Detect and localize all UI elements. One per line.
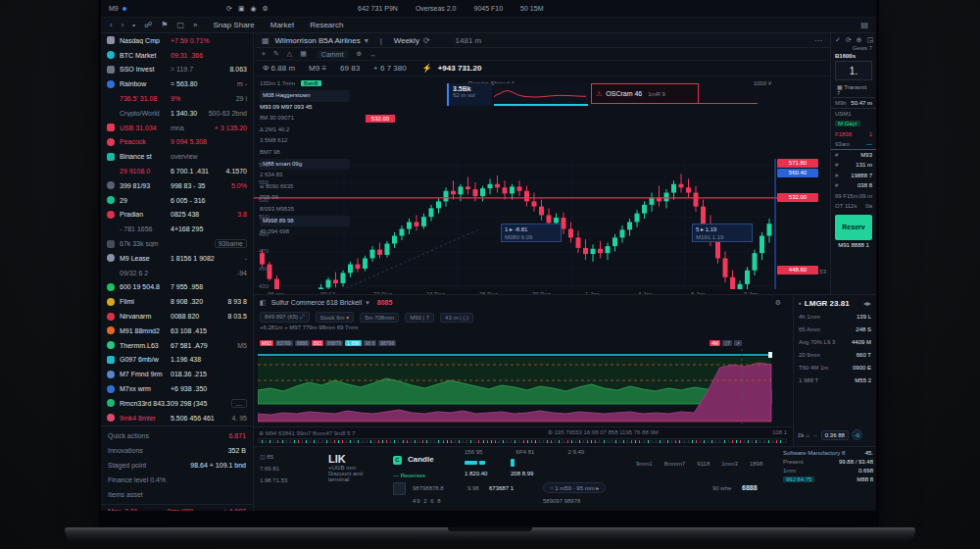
reverses-label[interactable]: — Reverses — [393, 473, 434, 478]
ticket-row[interactable]: 69 F15m09 m — [831, 191, 876, 202]
order-thumb[interactable] — [393, 482, 406, 495]
ticket-row[interactable]: 93am— — [831, 139, 876, 150]
sidebar-icons[interactable]: ✓⟳⊕◲ — [831, 33, 876, 45]
watchlist-row[interactable]: Crypto/World1 340.30500-63 2bnd — [101, 106, 253, 121]
sidebar-icon[interactable]: ◲ — [867, 36, 874, 44]
watchlist-row[interactable]: Pradian0825 4383.8 — [101, 208, 253, 223]
watchlist-row[interactable]: G097 6mb/w1.196 438 — [101, 353, 253, 368]
buy-button[interactable]: Reserv — [835, 215, 872, 240]
ticket-row[interactable]: #M93 — [831, 150, 876, 161]
sidebar-icon[interactable]: ✓ — [835, 36, 841, 44]
sidebar-icon[interactable]: ⟳ — [846, 36, 852, 44]
tool-icons[interactable]: ⌖✎△▦ — [262, 50, 307, 58]
watchlist-row[interactable]: 399 81/93998 83 - 355.0% — [101, 178, 253, 193]
watchlist-row[interactable]: - 781 16564+168 295 — [101, 222, 253, 236]
ticket-row[interactable]: M Gayr — [831, 119, 876, 129]
tab-research[interactable]: Research — [310, 21, 343, 29]
nav-icon[interactable]: • — [132, 21, 135, 29]
watchlist-row[interactable]: M91 88mnd263 108 .415 — [101, 324, 253, 338]
ticket-row[interactable]: #131 m — [831, 160, 876, 171]
bottom-toolbar-chip[interactable]: 43 m | (.) — [440, 313, 473, 323]
draw-tool-icon[interactable]: ✎ — [273, 50, 279, 58]
arrows-icon[interactable]: ↔ — [369, 51, 376, 58]
watchlist-row[interactable]: SSO Invest= 119.78.063 — [101, 63, 253, 77]
watchlist-row[interactable]: 600 19 504.87 955 .958 — [101, 280, 253, 295]
nav-icon[interactable]: » — [193, 21, 197, 29]
tab-market[interactable]: Market — [270, 21, 294, 29]
position-tag-1[interactable]: 1 ▸ -8.81 M080 6.09 — [501, 224, 562, 242]
grid-icon[interactable]: ▦ — [262, 36, 270, 45]
chevron-down-icon[interactable]: ▾ — [365, 36, 368, 45]
title-icon[interactable]: ◉ — [251, 5, 257, 12]
draw-tool-icon[interactable]: △ — [287, 50, 292, 58]
ticket-row[interactable]: #038 8 — [831, 180, 876, 191]
main-chart-panel[interactable]: 13Dm 1 7mm BabB Regular Shared 4 1000 ¥ … — [254, 76, 830, 289]
watchlist-row[interactable]: 09/32 6 2-94 — [101, 266, 253, 280]
watchlist-row[interactable]: 9mk4 8mter5.506 456 4614. 95 — [101, 411, 253, 425]
title-icon[interactable]: ▣ — [238, 5, 245, 12]
watchlist-row[interactable]: 67k 33k sqm93bame — [101, 236, 253, 251]
draw-tool-icon[interactable]: ▦ — [300, 50, 307, 58]
nav-icon[interactable]: ▢ — [176, 21, 184, 29]
title-icons[interactable]: ⟳▣◉⚙ — [226, 5, 274, 13]
watchlist-row[interactable]: M7 Fmnd 9rm018.36 .215 — [101, 367, 253, 381]
nav-icon[interactable]: ☍ — [144, 21, 152, 29]
watchlist-row[interactable]: Peacock9 094 5.308 — [101, 135, 253, 150]
position-tag-2[interactable]: 5 ▸ 1.19 M191 1.19 — [692, 224, 753, 242]
watchlist-row[interactable]: 736.5' 31.089%29 i — [101, 91, 253, 106]
watchlist-row[interactable]: Filmi8 908 .3208 93 8 — [101, 294, 253, 309]
quantity-field[interactable]: 1. — [835, 61, 872, 80]
ticket-row[interactable]: #19888 7 — [831, 171, 876, 181]
watchlist-row[interactable]: Binance stoverview — [101, 149, 253, 164]
watchlist-row[interactable]: Thermm.L6367 581 .A79M5 — [101, 338, 253, 353]
memory-badge[interactable]: 0.36 88 — [821, 430, 849, 440]
bottom-title[interactable]: Sulfur Commerce 618 Brickell — [271, 299, 363, 306]
gear-icon[interactable]: ⚙ — [775, 299, 781, 307]
bottom-chart-panel[interactable]: ◧ Sulfur Commerce 618 Brickell ▾ 8085 ⚙ … — [254, 294, 793, 426]
mini-timeline[interactable] — [258, 438, 787, 443]
watchlist-row[interactable]: BTC Market09:31 .366 — [101, 48, 253, 63]
draw-tool-icon[interactable]: ⌖ — [262, 50, 266, 58]
bottom-toolbar[interactable]: 849 897 (65) ⤢Stock 6m ▾5m 708mmM93 | 74… — [254, 310, 793, 324]
bottom-toolbar-chip[interactable]: 5m 708mm — [360, 313, 399, 323]
ticket-row[interactable]: M9h50.47 m — [831, 98, 876, 109]
alert-box[interactable]: ⚠ OSCram 46 1mR 9 — [591, 83, 699, 104]
collapse-button[interactable]: -0 — [852, 429, 862, 440]
watchlist-row[interactable]: Nirvanarm0088 8208 03.5 — [101, 309, 253, 324]
refresh-icon[interactable]: ⟳ — [423, 36, 430, 45]
nav-icon[interactable]: ‹ — [110, 21, 113, 29]
sidebar-icon[interactable]: ⊕ — [857, 36, 862, 44]
ticket-row[interactable]: OT 112s0a — [831, 201, 876, 212]
toggle-2[interactable] — [511, 459, 514, 468]
watchlist-row[interactable]: M9 Lease1 8156 1 9082- — [101, 251, 253, 266]
depth-chart[interactable] — [258, 349, 783, 425]
candle-label[interactable]: Candle — [408, 455, 434, 464]
toggle-1[interactable] — [465, 459, 485, 466]
nav-icon[interactable]: › — [122, 21, 124, 29]
chevron-down-icon[interactable]: ▾ — [366, 299, 369, 307]
plus-icon[interactable]: ⊕ — [356, 50, 362, 58]
bottom-toolbar-chip[interactable]: 849 897 (65) ⤢ — [260, 312, 310, 323]
watchlist-row[interactable]: USB 31.034mna+ 3 135.20 — [101, 121, 253, 135]
tab-snapshare[interactable]: Snap Share — [213, 21, 254, 29]
more-icon[interactable]: ⋯ — [814, 36, 822, 45]
stats-nav-icons[interactable]: ◂▸ — [863, 299, 871, 308]
symbol-select[interactable]: Wilmorrison B5A Airlines — [275, 36, 361, 45]
ticket-row[interactable]: F18381 — [831, 129, 876, 140]
watchlist-row[interactable]: 29 9108.06 700.1 .4314.1570 — [101, 164, 253, 178]
connect-chip[interactable]: Cammt — [317, 51, 349, 58]
teal-chip[interactable]: 99J 84.75 — [783, 476, 814, 482]
watchlist-row[interactable]: Nasdaq Cmp+7.59 0.71% — [101, 33, 253, 48]
watchlist-row[interactable]: Rmcn33rd 843.3509 298 (345.... — [101, 396, 253, 411]
bottom-toolbar-chip[interactable]: M93 | 7 — [405, 313, 434, 323]
ticket-row[interactable]: USM1 — [831, 109, 876, 120]
title-icon[interactable]: ⚙ — [263, 5, 269, 12]
panel-toggle-icon[interactable]: ▤ — [860, 21, 868, 29]
title-icon[interactable]: ⟳ — [226, 5, 232, 12]
bottom-toolbar-chip[interactable]: Stock 6m ▾ — [316, 312, 355, 323]
nav-icons[interactable]: ‹›•☍⚑▢» — [101, 21, 197, 29]
watchlist-row[interactable]: M7xx wrm+6 938 .350 — [101, 381, 253, 396]
watchlist-row[interactable]: Rainbow= 563.80m - — [101, 76, 253, 91]
watchlist-row[interactable]: 296 005 - 316 — [101, 193, 253, 208]
nav-icon[interactable]: ⚑ — [161, 21, 168, 29]
